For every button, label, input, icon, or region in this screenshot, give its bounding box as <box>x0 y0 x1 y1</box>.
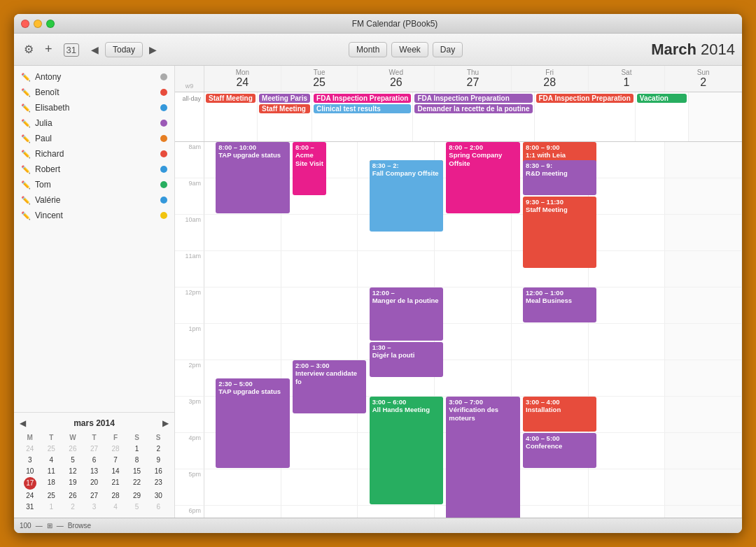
sidebar-item-valérie[interactable]: ✏️ Valérie <box>14 192 174 208</box>
time-cell[interactable] <box>589 251 666 287</box>
mini-cal-date[interactable]: 1 <box>127 443 148 454</box>
mini-cal-date[interactable]: 8 <box>127 455 148 465</box>
time-cell[interactable] <box>204 469 281 506</box>
time-cell[interactable] <box>281 324 358 360</box>
day-header-wed[interactable]: Wed 26 <box>358 66 435 92</box>
allday-event[interactable]: FDA Inspection Preparation <box>314 94 411 103</box>
mini-cal-date[interactable]: 20 <box>84 477 105 490</box>
calendar-event[interactable]: 3:00 – 6:00 All Hands Meeting <box>370 397 443 504</box>
allday-day-cell[interactable]: Meeting ParisStaff Meeting <box>258 92 312 141</box>
time-cell[interactable] <box>435 287 512 324</box>
mini-cal-date[interactable]: 18 <box>41 477 62 490</box>
time-cell[interactable] <box>281 215 358 251</box>
sidebar-item-tom[interactable]: ✏️ Tom <box>14 177 174 192</box>
time-cell[interactable] <box>665 360 742 397</box>
time-cell[interactable] <box>204 324 281 360</box>
time-cell[interactable] <box>589 215 666 251</box>
time-cell[interactable] <box>665 506 742 518</box>
time-cell[interactable] <box>512 360 589 397</box>
time-cell[interactable] <box>589 469 666 506</box>
mini-cal-date[interactable]: 27 <box>84 443 105 454</box>
allday-day-cell[interactable]: FDA Inspection Preparation <box>535 92 636 141</box>
mini-cal-date[interactable]: 5 <box>62 455 83 465</box>
calendar-event[interactable]: 12:00 – 1:00 Meal Business <box>523 287 596 322</box>
gear-button[interactable]: ⚙ <box>21 41 36 57</box>
mini-cal-date[interactable]: 31 <box>20 502 41 512</box>
time-cell[interactable] <box>435 360 512 397</box>
time-cell[interactable] <box>665 178 742 215</box>
time-cell[interactable] <box>435 251 512 287</box>
time-cell[interactable] <box>204 506 281 518</box>
mini-cal-date[interactable]: 4 <box>41 455 62 465</box>
mini-cal-date[interactable]: 27 <box>84 490 105 501</box>
mini-cal-date[interactable]: 25 <box>41 490 62 501</box>
mini-cal-date[interactable]: 17 <box>24 477 36 490</box>
mini-cal-date[interactable]: 3 <box>20 455 41 465</box>
mini-cal-date[interactable]: 23 <box>148 477 169 490</box>
mini-cal-date[interactable]: 10 <box>20 466 41 476</box>
calendar-button[interactable]: 31 <box>61 42 82 57</box>
time-cell[interactable] <box>589 287 666 324</box>
time-cell[interactable] <box>358 506 435 518</box>
time-cell[interactable] <box>589 433 666 469</box>
time-cell[interactable] <box>281 287 358 324</box>
next-button[interactable]: ▶ <box>146 43 160 57</box>
allday-day-cell[interactable]: Staff Meeting <box>204 92 258 141</box>
close-button[interactable] <box>21 20 29 28</box>
allday-day-cell[interactable] <box>689 92 742 141</box>
time-cell[interactable] <box>281 433 358 469</box>
time-cell[interactable] <box>435 215 512 251</box>
time-cell[interactable] <box>358 251 435 287</box>
mini-cal-date[interactable]: 15 <box>127 466 148 476</box>
mini-cal-date[interactable]: 30 <box>148 490 169 501</box>
time-grid-container[interactable]: 8am9am10am11am12pm1pm2pm3pm4pm5pm6pm7pm8… <box>175 142 742 518</box>
mini-cal-date[interactable]: 3 <box>84 502 105 512</box>
maximize-button[interactable] <box>46 20 55 28</box>
calendar-event[interactable]: 8:00 – 2:00 Spring Company Offsite <box>446 142 519 213</box>
day-header-fri[interactable]: Fri 28 <box>512 66 589 92</box>
month-view-btn[interactable]: Month <box>349 42 387 57</box>
allday-day-cell[interactable]: FDA Inspection PreparationDemander la re… <box>413 92 534 141</box>
mini-cal-date[interactable]: 6 <box>84 455 105 465</box>
time-cell[interactable] <box>665 142 742 178</box>
time-cell[interactable] <box>665 251 742 287</box>
calendar-event[interactable]: 3:00 – 4:00 Installation <box>523 397 596 432</box>
allday-event[interactable]: FDA Inspection Preparation <box>414 94 532 103</box>
mini-cal-date[interactable]: 9 <box>148 455 169 465</box>
sidebar-item-antony[interactable]: ✏️ Antony <box>14 69 174 85</box>
mini-cal-date[interactable]: 26 <box>62 443 83 454</box>
time-cell[interactable] <box>589 360 666 397</box>
time-cell[interactable] <box>281 506 358 518</box>
time-cell[interactable] <box>665 324 742 360</box>
calendar-event[interactable]: 8:30 – 9: R&D meeting <box>523 160 596 195</box>
allday-event[interactable]: Meeting Paris <box>259 94 310 103</box>
time-cell[interactable] <box>512 506 589 518</box>
day-header-sun[interactable]: Sun 2 <box>665 66 742 92</box>
mini-cal-next[interactable]: ▶ <box>162 418 169 428</box>
today-button[interactable]: Today <box>105 42 143 57</box>
mini-cal-date[interactable]: 24 <box>20 443 41 454</box>
allday-event[interactable]: Staff Meeting <box>206 94 255 103</box>
mini-cal-date[interactable]: 2 <box>148 443 169 454</box>
time-cell[interactable] <box>204 251 281 287</box>
time-cell[interactable] <box>589 324 666 360</box>
time-cell[interactable] <box>665 433 742 469</box>
time-cell[interactable] <box>665 469 742 506</box>
allday-event[interactable]: Vacation <box>637 94 687 103</box>
time-cell[interactable] <box>512 324 589 360</box>
allday-event[interactable]: FDA Inspection Preparation <box>536 94 634 103</box>
time-cell[interactable] <box>589 506 666 518</box>
calendar-event[interactable]: 12:00 – Manger de la poutine <box>370 287 443 341</box>
time-cell[interactable] <box>665 397 742 433</box>
mini-cal-date[interactable]: 28 <box>105 490 126 501</box>
time-cell[interactable] <box>589 142 666 178</box>
mini-cal-date[interactable]: 14 <box>105 466 126 476</box>
mini-cal-date[interactable]: 21 <box>105 477 126 490</box>
day-header-mon[interactable]: Mon 24 <box>204 66 281 92</box>
calendar-event[interactable]: 3:00 – 7:00 Vérification des moteurs <box>446 397 519 518</box>
time-cell[interactable] <box>589 178 666 215</box>
day-header-sat[interactable]: Sat 1 <box>589 66 666 92</box>
mini-cal-date[interactable]: 13 <box>84 466 105 476</box>
calendar-event[interactable]: 1:30 – Digér la pouti <box>370 342 443 377</box>
time-cell[interactable] <box>512 469 589 506</box>
